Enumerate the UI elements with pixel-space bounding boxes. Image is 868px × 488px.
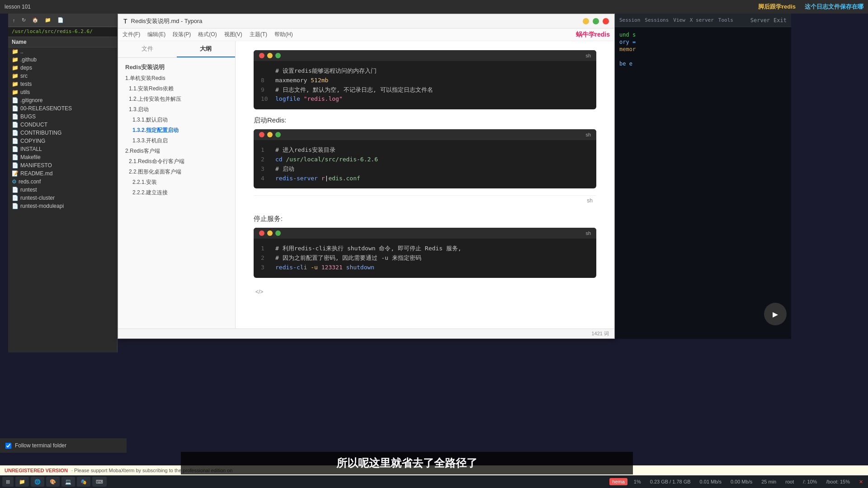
close-button[interactable] [603,18,609,24]
follow-terminal-label: Follow terminal folder [15,442,66,449]
outline-item-1-3[interactable]: 1.3.启动 [122,104,231,115]
outline-item-1-3-2[interactable]: 1.3.2.指定配置启动 [122,125,231,136]
outline-item-1[interactable]: 1.单机安装Redis [122,73,231,84]
folder-icon: 📁 [12,89,19,95]
menu-help[interactable]: 帮助(H) [274,31,293,38]
outline-item-1-1[interactable]: 1.1.安装Redis依赖 [122,84,231,94]
minimize-button[interactable] [583,18,589,24]
tree-item-releasenotes[interactable]: 📄 00-RELEASENOTES [8,104,117,113]
tree-item-label: runtest-moduleapi [20,203,64,209]
tree-item-makefile[interactable]: 📄 Makefile [8,153,117,161]
tree-item-runtest-moduleapi[interactable]: 📄 runtest-moduleapi [8,202,117,210]
typora-menubar: 文件(F) 编辑(E) 段落(P) 格式(O) 视图(V) 主题(T) 帮助(H… [118,28,614,41]
tl-red-2 [259,132,264,137]
top-notice-2: 这个日志文件保存在哪 [805,3,863,11]
section-start-label: 启动Redis: [254,116,596,125]
net-up-label: 0.01 Mb/s [700,479,722,484]
term-tools[interactable]: Tools [718,17,733,23]
term-session[interactable]: Session [619,17,640,23]
taskbar-paint[interactable]: 🎨 [46,477,60,487]
typora-window: T Redis安装说明.md - Typora 文件(F) 编辑(E) 段落(P… [118,14,615,339]
outline-item-1-3-1[interactable]: 1.3.1.默认启动 [122,115,231,125]
tree-item-copying[interactable]: 📄 COPYING [8,137,117,145]
outline-item-1-3-3[interactable]: 1.3.3.开机自启 [122,136,231,146]
tree-item-label: .. [20,48,24,55]
menu-theme[interactable]: 主题(T) [250,31,267,38]
unreg-label: UNREGISTERED VERSION [5,468,68,473]
tree-item-label: README.md [20,170,52,177]
menu-view[interactable]: 视图(V) [224,31,242,38]
outline-item-1-2[interactable]: 1.2.上传安装包并解压 [122,94,231,104]
tree-item-label: CONDUCT [20,122,47,128]
file-icon: 📄 [12,122,19,128]
term-line-3: memor [619,46,787,52]
taskbar-explorer[interactable]: 📁 [15,477,29,487]
tab-file[interactable]: 文件 [118,41,177,57]
menu-para[interactable]: 段落(P) [173,31,191,38]
tree-item-gitignore[interactable]: 📄 .gitignore [8,96,117,104]
code-line-3-3: 3 redis-cli -u 123321 shutdown [261,263,589,272]
tab-outline[interactable]: 大纲 [177,41,236,57]
tree-item-readme[interactable]: 📝 README.md [8,169,117,178]
maximize-button[interactable] [593,18,599,24]
tree-item-label: MANIFESTO [20,162,52,169]
tree-item-label: Makefile [20,154,41,160]
sidebar-nav-refresh[interactable]: ↻ [19,16,28,24]
outline-title: Redis安装说明 [122,61,231,73]
tree-item-deps[interactable]: 📁 deps [8,64,117,72]
taskbar-app2[interactable]: ⌨ [92,477,107,487]
tree-item-runtest-cluster[interactable]: 📄 runtest-cluster [8,194,117,202]
menu-format[interactable]: 格式(O) [198,31,217,38]
outline-item-2-2-1[interactable]: 2.2.1.安装 [122,177,231,188]
follow-terminal-checkbox[interactable] [5,443,11,449]
tree-item-bugs[interactable]: 📄 BUGS [8,113,117,121]
sidebar-new-file[interactable]: 📄 [55,16,66,24]
sidebar-path: /usr/local/src/redis-6.2.6/ [8,27,117,37]
tree-item-contributing[interactable]: 📄 CONTRIBUTING [8,129,117,137]
tree-item-label: CONTRIBUTING [20,130,61,136]
term-view[interactable]: View [673,17,685,23]
code-line-2-1: 1 # 进入redis安装目录 [261,145,589,155]
outline-item-2-2-2[interactable]: 2.2.2.建立连接 [122,188,231,198]
traffic-lights-1 [259,53,281,58]
menu-edit[interactable]: 编辑(E) [147,31,165,38]
tree-item-install[interactable]: 📄 INSTALL [8,145,117,153]
play-button[interactable]: ▶ [764,303,787,325]
terminal-panel: Session Sessions View X server Tools Ser… [615,14,791,339]
taskbar-app1[interactable]: 🎭 [77,477,90,487]
tree-item-github[interactable]: 📁 .github [8,56,117,64]
taskbar-terminal[interactable]: 💻 [61,477,75,487]
typora-content-area[interactable]: sh # 设置redis能够远程访问的内存入门 8 maxmemory 512m… [236,41,614,328]
taskbar-start[interactable]: ⊞ [2,477,14,487]
tree-item-runtest[interactable]: 📄 runtest [8,186,117,194]
term-sessions[interactable]: Sessions [645,17,669,23]
disk1-label: /: 10% [803,479,817,484]
tray-close[interactable]: ✕ [856,479,866,485]
tree-item-conduct[interactable]: 📄 CONDUCT [8,121,117,129]
typora-outline-panel: 文件 大纲 Redis安装说明 1.单机安装Redis 1.1.安装Redis依… [118,41,236,328]
tree-item-tests[interactable]: 📁 tests [8,80,117,88]
tree-item-utils[interactable]: 📁 utils [8,88,117,96]
outline-item-2-2[interactable]: 2.2.图形化桌面客户端 [122,167,231,177]
sidebar-new-folder[interactable]: 📁 [42,16,53,24]
tree-item-redsconf[interactable]: ⚙ reds.conf [8,178,117,186]
code-line-1-10: 10 logfile "redis.log" [261,94,589,104]
taskbar-browser[interactable]: 🌐 [31,477,44,487]
tree-item-src[interactable]: 📁 src [8,72,117,80]
xml-indicator: </> [254,287,596,297]
tree-item-manifesto[interactable]: 📄 MANIFESTO [8,161,117,169]
outline-item-2-1[interactable]: 2.1.Redis命令行客户端 [122,156,231,167]
sidebar-nav-home[interactable]: 🏠 [30,16,41,24]
taskbar: ⊞ 📁 🌐 🎨 💻 🎭 ⌨ hema 1% 0.23 GB / 1.78 GB … [0,475,868,488]
menu-file[interactable]: 文件(F) [123,31,140,38]
outline-item-2[interactable]: 2.Redis客户端 [122,146,231,156]
tree-item-parent[interactable]: 📁 .. [8,47,117,56]
tray-user: root [783,479,797,484]
sidebar-nav-up[interactable]: ↑ [10,17,18,24]
tray-disk2: /boot: 15% [823,479,853,484]
file-icon: 📄 [12,154,19,160]
cpu-label: 1% [634,479,641,484]
code-lines-2: 1 # 进入redis安装目录 2 cd /usr/local/src/redi… [254,140,596,188]
tree-item-label: COPYING [20,138,45,144]
term-xserver[interactable]: X server [690,17,714,23]
